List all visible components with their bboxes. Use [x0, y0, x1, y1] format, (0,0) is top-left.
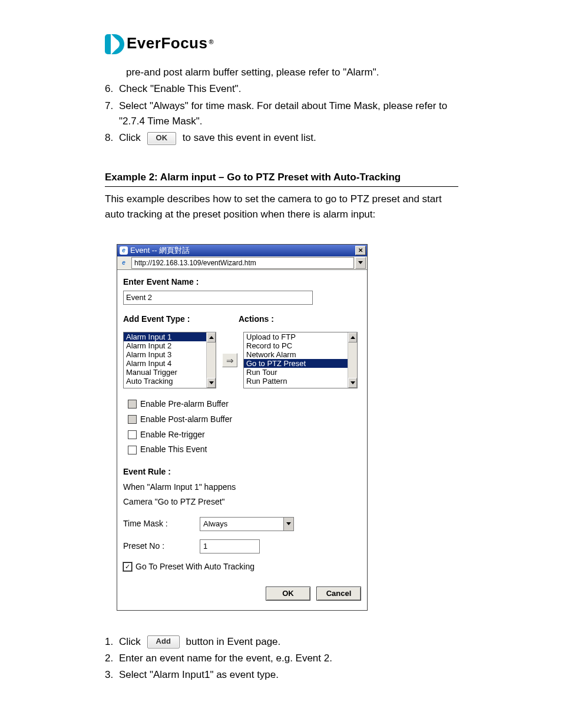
time-mask-label: Time Mask : — [123, 518, 200, 531]
event-type-option[interactable]: Alarm Input 1 — [124, 332, 206, 341]
event-rule-line-1: When "Alarm Input 1" happens — [123, 481, 361, 494]
enter-event-name-label: Enter Event Name : — [123, 276, 361, 289]
preset-no-input[interactable]: 1 — [200, 539, 260, 554]
event-type-option[interactable]: Alarm Input 4 — [124, 359, 206, 368]
brand-text: EverFocus ® — [127, 34, 214, 52]
step-8-text: Click OK to save this event in event lis… — [119, 130, 458, 146]
event-rule-line-2: Camera "Go to PTZ Preset" — [123, 496, 361, 509]
chevron-down-icon — [286, 522, 291, 525]
dialog-close-button[interactable]: ✕ — [355, 246, 366, 255]
ie-addr-icon: e — [120, 259, 128, 267]
step-3-number: 3. — [105, 667, 115, 683]
step-6-number: 6. — [105, 81, 115, 97]
enable-this-event-label: Enable This Event — [140, 443, 207, 456]
dialog-title: Event -- 網頁對話 — [130, 245, 190, 256]
action-option[interactable]: Go to PTZ Preset — [244, 359, 348, 368]
enable-this-event-row[interactable]: Enable This Event — [128, 443, 361, 456]
add-event-type-label: Add Event Type : — [123, 313, 239, 326]
action-option[interactable]: Network Alarm — [244, 350, 348, 359]
step-2-number: 2. — [105, 651, 115, 666]
actions-scrollbar[interactable] — [348, 332, 357, 388]
event-wizard-dialog: e Event -- 網頁對話 ✕ e http://192.168.13.10… — [117, 244, 368, 611]
event-type-option[interactable]: Alarm Input 3 — [124, 350, 206, 359]
enable-post-alarm-row[interactable]: Enable Post-alarm Buffer — [128, 413, 361, 426]
step-8-text-b: to save this event in event list. — [183, 132, 316, 143]
actions-label: Actions : — [239, 313, 274, 326]
scroll-up-button[interactable] — [348, 332, 357, 342]
brand-name: EverFocus — [127, 34, 207, 52]
dialog-cancel-button[interactable]: Cancel — [316, 587, 361, 601]
event-rule-label: Event Rule : — [123, 466, 361, 479]
event-type-option[interactable]: Manual Trigger — [124, 368, 206, 377]
arrow-right-icon: ⇒ — [226, 354, 234, 367]
action-option[interactable]: Record to PC — [244, 341, 348, 350]
event-type-listbox[interactable]: Alarm Input 1Alarm Input 2Alarm Input 3A… — [123, 332, 216, 388]
enable-pre-alarm-label: Enable Pre-alarm Buffer — [140, 398, 229, 411]
step-8-text-a: Click — [119, 132, 141, 143]
actions-items: Upload to FTPRecord to PCNetwork AlarmGo… — [244, 332, 348, 388]
close-icon: ✕ — [358, 246, 363, 255]
event-type-option[interactable]: Auto Tracking — [124, 377, 206, 386]
event-type-scrollbar[interactable] — [206, 332, 216, 388]
step-3-text: Select "Alarm Input1" as event type. — [119, 667, 458, 683]
chevron-down-icon — [351, 381, 355, 384]
step-1-text-a: Click — [119, 636, 141, 647]
step-1-number: 1. — [105, 634, 115, 650]
brand-logo: EverFocus ® — [105, 34, 562, 54]
dialog-titlebar: e Event -- 網頁對話 ✕ — [117, 245, 367, 256]
chevron-up-icon — [209, 336, 214, 339]
enable-post-alarm-label: Enable Post-alarm Buffer — [140, 413, 232, 426]
example-2-heading: Example 2: Alarm input – Go to PTZ Prese… — [105, 170, 458, 187]
chevron-down-icon — [209, 381, 214, 384]
assign-action-button[interactable]: ⇒ — [222, 353, 237, 367]
scroll-down-button[interactable] — [348, 378, 357, 388]
scroll-up-button[interactable] — [207, 332, 216, 342]
event-name-input[interactable]: Event 2 — [123, 291, 313, 305]
step-1-text: Click Add button in Event page. — [119, 634, 458, 650]
chevron-up-icon — [351, 336, 355, 339]
step-7-text: Select "Always" for time mask. For detai… — [119, 98, 458, 130]
scroll-down-button[interactable] — [207, 378, 216, 388]
enable-retrigger-checkbox[interactable] — [128, 430, 137, 439]
enable-pre-alarm-checkbox[interactable] — [128, 400, 137, 409]
action-option[interactable]: Upload to FTP — [244, 332, 348, 341]
ie-icon: e — [120, 246, 128, 255]
add-button-inline: Add — [147, 635, 180, 648]
enable-this-event-checkbox[interactable] — [128, 446, 137, 454]
actions-listbox[interactable]: Upload to FTPRecord to PCNetwork AlarmGo… — [243, 332, 358, 388]
enable-post-alarm-checkbox[interactable] — [128, 415, 137, 424]
enable-pre-alarm-row[interactable]: Enable Pre-alarm Buffer — [128, 398, 361, 411]
dialog-ok-button[interactable]: OK — [266, 587, 310, 601]
dialog-url-field[interactable]: http://192.168.13.109/eventWizard.htm — [131, 257, 354, 269]
step-7-number: 7. — [105, 98, 115, 130]
step-1-text-b: button in Event page. — [186, 636, 281, 647]
step-6-text: Check "Enable This Event". — [119, 81, 458, 97]
dialog-url-dropdown[interactable] — [355, 257, 366, 269]
time-mask-select[interactable]: Always — [200, 517, 294, 531]
event-type-option[interactable]: Alarm Input 2 — [124, 341, 206, 350]
preset-no-label: Preset No : — [123, 540, 200, 553]
auto-tracking-checkbox[interactable]: ✓ — [123, 562, 132, 571]
step-2-text: Enter an event name for the event, e.g. … — [119, 651, 458, 666]
time-mask-dropdown-button[interactable] — [283, 518, 293, 531]
time-mask-value: Always — [200, 518, 283, 530]
enable-retrigger-row[interactable]: Enable Re-trigger — [128, 429, 361, 442]
step-8-number: 8. — [105, 130, 115, 146]
check-icon: ✓ — [125, 564, 130, 570]
brand-mark-icon — [105, 34, 124, 54]
action-option[interactable]: Run Tour — [244, 368, 348, 377]
continued-paragraph: pre-and post alarm buffer setting, pleas… — [105, 65, 458, 80]
dialog-address-bar: e http://192.168.13.109/eventWizard.htm — [117, 256, 367, 270]
trademark-symbol: ® — [209, 38, 214, 45]
example-2-description: This example describes how to set the ca… — [105, 192, 458, 223]
action-option[interactable]: Run Pattern — [244, 377, 348, 386]
auto-tracking-row[interactable]: ✓ Go To Preset With Auto Tracking — [123, 561, 361, 574]
event-type-items: Alarm Input 1Alarm Input 2Alarm Input 3A… — [124, 332, 206, 388]
enable-retrigger-label: Enable Re-trigger — [140, 429, 205, 442]
auto-tracking-label: Go To Preset With Auto Tracking — [135, 561, 254, 574]
chevron-down-icon — [358, 261, 363, 264]
ok-button-inline: OK — [147, 132, 177, 145]
